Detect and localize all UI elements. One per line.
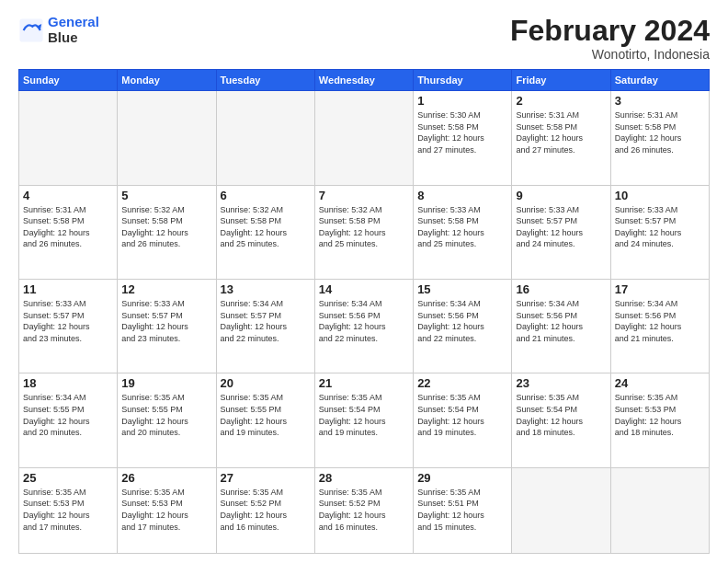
calendar-cell: 14Sunrise: 5:34 AM Sunset: 5:56 PM Dayli… xyxy=(314,280,413,373)
day-number: 10 xyxy=(615,189,705,202)
calendar-week-row: 18Sunrise: 5:34 AM Sunset: 5:55 PM Dayli… xyxy=(19,373,710,467)
calendar-cell: 17Sunrise: 5:34 AM Sunset: 5:56 PM Dayli… xyxy=(610,280,709,373)
day-info: Sunrise: 5:32 AM Sunset: 5:58 PM Dayligh… xyxy=(221,204,311,250)
day-number: 19 xyxy=(121,376,211,390)
calendar-cell: 5Sunrise: 5:32 AM Sunset: 5:58 PM Daylig… xyxy=(118,185,216,279)
calendar-week-row: 11Sunrise: 5:33 AM Sunset: 5:57 PM Dayli… xyxy=(19,280,710,373)
calendar-cell: 11Sunrise: 5:33 AM Sunset: 5:57 PM Dayli… xyxy=(19,280,118,373)
day-number: 13 xyxy=(221,282,311,296)
calendar-cell xyxy=(512,467,610,553)
month-year: February 2024 xyxy=(510,15,710,47)
calendar-cell: 18Sunrise: 5:34 AM Sunset: 5:55 PM Dayli… xyxy=(19,373,118,467)
day-info: Sunrise: 5:35 AM Sunset: 5:53 PM Dayligh… xyxy=(121,487,211,533)
calendar-cell xyxy=(216,91,314,185)
day-info: Sunrise: 5:34 AM Sunset: 5:57 PM Dayligh… xyxy=(221,298,311,344)
calendar-week-row: 4Sunrise: 5:31 AM Sunset: 5:58 PM Daylig… xyxy=(19,185,710,279)
calendar-header-row: Sunday Monday Tuesday Wednesday Thursday… xyxy=(19,70,710,91)
col-sunday: Sunday xyxy=(19,70,118,91)
day-info: Sunrise: 5:35 AM Sunset: 5:55 PM Dayligh… xyxy=(121,392,211,438)
day-info: Sunrise: 5:31 AM Sunset: 5:58 PM Dayligh… xyxy=(516,109,606,155)
calendar-cell xyxy=(314,91,413,185)
day-number: 18 xyxy=(23,376,113,390)
logo-icon xyxy=(18,17,44,43)
calendar-cell: 19Sunrise: 5:35 AM Sunset: 5:55 PM Dayli… xyxy=(118,373,216,467)
day-number: 1 xyxy=(417,94,507,108)
calendar-cell: 16Sunrise: 5:34 AM Sunset: 5:56 PM Dayli… xyxy=(512,280,610,373)
calendar-cell: 23Sunrise: 5:35 AM Sunset: 5:54 PM Dayli… xyxy=(512,373,610,467)
day-info: Sunrise: 5:35 AM Sunset: 5:53 PM Dayligh… xyxy=(23,487,113,533)
day-number: 9 xyxy=(516,189,606,202)
calendar-cell xyxy=(19,91,118,185)
calendar-cell: 20Sunrise: 5:35 AM Sunset: 5:55 PM Dayli… xyxy=(216,373,314,467)
day-info: Sunrise: 5:32 AM Sunset: 5:58 PM Dayligh… xyxy=(319,204,409,250)
calendar-cell: 1Sunrise: 5:30 AM Sunset: 5:58 PM Daylig… xyxy=(414,91,512,185)
calendar-week-row: 25Sunrise: 5:35 AM Sunset: 5:53 PM Dayli… xyxy=(19,467,710,553)
calendar-cell: 29Sunrise: 5:35 AM Sunset: 5:51 PM Dayli… xyxy=(414,467,512,553)
day-info: Sunrise: 5:34 AM Sunset: 5:56 PM Dayligh… xyxy=(516,298,606,344)
calendar-cell: 15Sunrise: 5:34 AM Sunset: 5:56 PM Dayli… xyxy=(414,280,512,373)
day-number: 12 xyxy=(121,282,211,296)
col-thursday: Thursday xyxy=(414,70,512,91)
calendar-table: Sunday Monday Tuesday Wednesday Thursday… xyxy=(18,69,710,554)
day-number: 21 xyxy=(319,376,409,390)
title-block: February 2024 Wonotirto, Indonesia xyxy=(510,15,710,62)
day-info: Sunrise: 5:35 AM Sunset: 5:52 PM Dayligh… xyxy=(319,487,409,533)
day-number: 26 xyxy=(121,471,211,485)
location: Wonotirto, Indonesia xyxy=(510,47,710,62)
day-number: 28 xyxy=(319,471,409,485)
day-info: Sunrise: 5:35 AM Sunset: 5:54 PM Dayligh… xyxy=(417,392,507,438)
calendar-cell: 26Sunrise: 5:35 AM Sunset: 5:53 PM Dayli… xyxy=(118,467,216,553)
day-number: 15 xyxy=(417,282,507,296)
calendar-cell: 4Sunrise: 5:31 AM Sunset: 5:58 PM Daylig… xyxy=(19,185,118,279)
day-info: Sunrise: 5:33 AM Sunset: 5:57 PM Dayligh… xyxy=(516,204,606,250)
day-number: 29 xyxy=(417,471,507,485)
day-info: Sunrise: 5:30 AM Sunset: 5:58 PM Dayligh… xyxy=(417,109,507,155)
calendar-cell: 25Sunrise: 5:35 AM Sunset: 5:53 PM Dayli… xyxy=(19,467,118,553)
day-info: Sunrise: 5:35 AM Sunset: 5:51 PM Dayligh… xyxy=(417,487,507,533)
day-number: 20 xyxy=(221,376,311,390)
col-monday: Monday xyxy=(118,70,216,91)
day-number: 7 xyxy=(319,189,409,202)
day-info: Sunrise: 5:35 AM Sunset: 5:55 PM Dayligh… xyxy=(221,392,311,438)
calendar-cell xyxy=(610,467,709,553)
calendar-cell: 8Sunrise: 5:33 AM Sunset: 5:58 PM Daylig… xyxy=(414,185,512,279)
logo: General Blue xyxy=(18,15,99,45)
day-number: 25 xyxy=(23,471,113,485)
day-number: 22 xyxy=(417,376,507,390)
col-friday: Friday xyxy=(512,70,610,91)
day-info: Sunrise: 5:33 AM Sunset: 5:57 PM Dayligh… xyxy=(615,204,705,250)
day-number: 24 xyxy=(615,376,705,390)
day-info: Sunrise: 5:34 AM Sunset: 5:55 PM Dayligh… xyxy=(23,392,113,438)
header: General Blue February 2024 Wonotirto, In… xyxy=(18,15,710,62)
col-wednesday: Wednesday xyxy=(314,70,413,91)
day-info: Sunrise: 5:35 AM Sunset: 5:54 PM Dayligh… xyxy=(319,392,409,438)
calendar-cell: 3Sunrise: 5:31 AM Sunset: 5:58 PM Daylig… xyxy=(610,91,709,185)
day-number: 2 xyxy=(516,94,606,108)
calendar-cell: 9Sunrise: 5:33 AM Sunset: 5:57 PM Daylig… xyxy=(512,185,610,279)
day-number: 23 xyxy=(516,376,606,390)
day-info: Sunrise: 5:33 AM Sunset: 5:57 PM Dayligh… xyxy=(121,298,211,344)
day-number: 17 xyxy=(615,282,705,296)
day-info: Sunrise: 5:35 AM Sunset: 5:52 PM Dayligh… xyxy=(221,487,311,533)
calendar-cell: 6Sunrise: 5:32 AM Sunset: 5:58 PM Daylig… xyxy=(216,185,314,279)
col-saturday: Saturday xyxy=(610,70,709,91)
calendar-cell: 24Sunrise: 5:35 AM Sunset: 5:53 PM Dayli… xyxy=(610,373,709,467)
day-number: 27 xyxy=(221,471,311,485)
day-info: Sunrise: 5:34 AM Sunset: 5:56 PM Dayligh… xyxy=(319,298,409,344)
day-number: 8 xyxy=(417,189,507,202)
calendar-cell: 2Sunrise: 5:31 AM Sunset: 5:58 PM Daylig… xyxy=(512,91,610,185)
day-info: Sunrise: 5:32 AM Sunset: 5:58 PM Dayligh… xyxy=(121,204,211,250)
day-info: Sunrise: 5:31 AM Sunset: 5:58 PM Dayligh… xyxy=(23,204,113,250)
calendar-cell: 27Sunrise: 5:35 AM Sunset: 5:52 PM Dayli… xyxy=(216,467,314,553)
calendar-cell: 22Sunrise: 5:35 AM Sunset: 5:54 PM Dayli… xyxy=(414,373,512,467)
day-number: 3 xyxy=(615,94,705,108)
calendar-cell: 7Sunrise: 5:32 AM Sunset: 5:58 PM Daylig… xyxy=(314,185,413,279)
calendar-cell: 28Sunrise: 5:35 AM Sunset: 5:52 PM Dayli… xyxy=(314,467,413,553)
day-info: Sunrise: 5:35 AM Sunset: 5:54 PM Dayligh… xyxy=(516,392,606,438)
calendar-cell: 21Sunrise: 5:35 AM Sunset: 5:54 PM Dayli… xyxy=(314,373,413,467)
day-number: 11 xyxy=(23,282,113,296)
day-number: 16 xyxy=(516,282,606,296)
day-number: 6 xyxy=(221,189,311,202)
day-number: 14 xyxy=(319,282,409,296)
day-info: Sunrise: 5:33 AM Sunset: 5:58 PM Dayligh… xyxy=(417,204,507,250)
